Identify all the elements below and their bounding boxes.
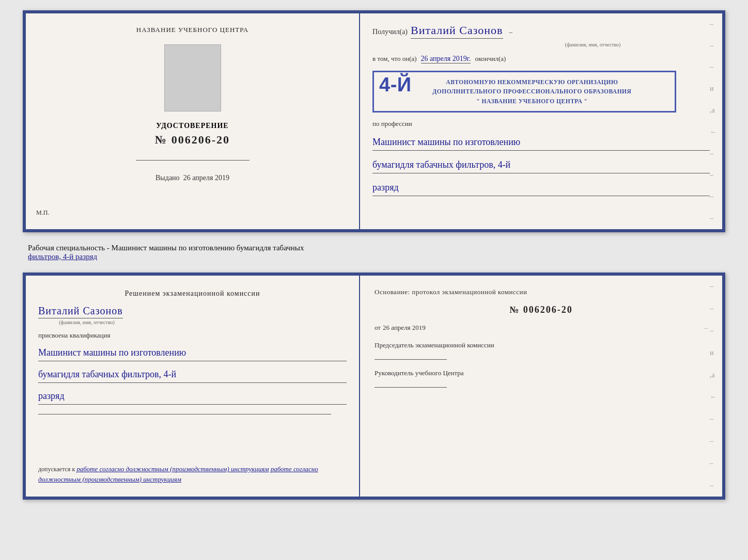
profession-line2: бумагидля табачных фильтров, 4-й <box>372 158 710 173</box>
middle-text-main: Рабочая специальность - Машинист машины … <box>28 244 304 252</box>
qualification-line1: Машинист машины по изготовлению <box>38 346 347 361</box>
ot-dash: – <box>704 324 708 332</box>
po-professii-label: по профессии <box>372 120 710 128</box>
cert-right-panel: Получил(а) Виталий Сазонов – (фамилия, и… <box>360 13 722 229</box>
stamp-number: 4-й <box>379 69 412 101</box>
dopuskaetsya-label: допускается к <box>38 466 75 473</box>
osnov-label: Основание: протокол экзаменационной коми… <box>375 288 708 296</box>
ot-date-row: от 26 апреля 2019 – <box>375 324 708 332</box>
stamp-line3: " НАЗВАНИЕ УЧЕБНОГО ЦЕНТРА " <box>397 97 667 106</box>
rukovod-signature-line <box>375 387 447 388</box>
decision-title: Решением экзаменационной комиссии <box>38 288 347 299</box>
poluchil-label: Получил(а) <box>372 28 408 36</box>
mp-label: М.П. <box>36 209 49 217</box>
profession-line3: разряд <box>372 181 710 196</box>
osnov-number: № 006206-20 <box>375 305 708 315</box>
vtom-date: 26 апреля 2019г. <box>421 55 471 63</box>
vydano-label: Выдано <box>155 174 180 182</box>
cert-left-panel: НАЗВАНИЕ УЧЕБНОГО ЦЕНТРА УДОСТОВЕРЕНИЕ №… <box>26 13 360 229</box>
dopuskaetsya-value: работе согласно должностным (производств… <box>76 465 269 473</box>
recipient-name: Виталий Сазонов <box>411 24 503 39</box>
vtom-row: в том, что он(а) 26 апреля 2019г. окончи… <box>372 55 710 63</box>
right-dashes: –––и,а←–––– <box>710 13 717 229</box>
ot-label: от <box>375 324 381 332</box>
middle-text-underlined: фильтров, 4-й разряд <box>28 252 97 261</box>
separator-line <box>136 160 250 161</box>
rukovod-label: Руководитель учебного Центра <box>375 368 708 379</box>
rukovod-section: Руководитель учебного Центра <box>375 368 708 388</box>
bottom-recipient-name: Виталий Сазонов <box>38 305 123 318</box>
stamp-line1: АВТОНОМНУЮ НЕКОММЕРЧЕСКУЮ ОРГАНИЗАЦИЮ <box>397 77 667 87</box>
predsedatel-label: Председатель экзаменационной комиссии <box>375 340 708 351</box>
bottom-name-subtitle: (фамилия, имя, отчество) <box>59 319 115 325</box>
ot-date: 26 апреля 2019 <box>383 324 426 332</box>
certificate-top: НАЗВАНИЕ УЧЕБНОГО ЦЕНТРА УДОСТОВЕРЕНИЕ №… <box>23 10 725 232</box>
predsedatel-section: Председатель экзаменационной комиссии <box>375 340 708 360</box>
stamp-box: 4-й АВТОНОМНУЮ НЕКОММЕРЧЕСКУЮ ОРГАНИЗАЦИ… <box>372 71 676 113</box>
bottom-right-panel: Основание: протокол экзаменационной коми… <box>360 276 722 497</box>
vydano-row: Выдано 26 апреля 2019 <box>155 174 229 182</box>
qualification-line3: разряд <box>38 389 347 405</box>
predsedatel-signature-line <box>375 359 447 360</box>
qualification-line2: бумагидля табачных фильтров, 4-й <box>38 367 347 383</box>
dopuskaetsya-row: допускается к работе согласно должностны… <box>38 464 347 484</box>
udostoverenie-label: УДОСТОВЕРЕНИЕ <box>156 122 228 130</box>
bottom-right-dashes: –––и,а←–––– <box>710 276 717 497</box>
dash1: – <box>509 28 513 36</box>
bottom-separator-line <box>38 414 331 414</box>
bottom-left-panel: Решением экзаменационной комиссии Витали… <box>26 276 360 497</box>
training-center-title: НАЗВАНИЕ УЧЕБНОГО ЦЕНТРА <box>136 26 248 34</box>
udostoverenie-section: УДОСТОВЕРЕНИЕ № 006206-20 <box>155 122 230 147</box>
vtom-label: в том, что он(а) <box>372 55 417 63</box>
middle-text-section: Рабочая специальность - Машинист машины … <box>23 241 725 264</box>
profession-line1: Машинист машины по изготовлению <box>372 135 710 151</box>
photo-placeholder <box>164 44 221 111</box>
vydano-date: 26 апреля 2019 <box>183 174 229 182</box>
okonchil-label: окончил(а) <box>475 55 506 63</box>
name-subtitle: (фамилия, имя, отчество) <box>476 42 710 47</box>
certificate-number: № 006206-20 <box>155 133 230 147</box>
poluchil-row: Получил(а) Виталий Сазонов – <box>372 24 710 39</box>
stamp-line2: ДОПОЛНИТЕЛЬНОГО ПРОФЕССИОНАЛЬНОГО ОБРАЗО… <box>397 87 667 96</box>
prisvoena-label: присвоена квалификация <box>38 331 347 340</box>
certificate-bottom: Решением экзаменационной комиссии Витали… <box>23 273 725 500</box>
